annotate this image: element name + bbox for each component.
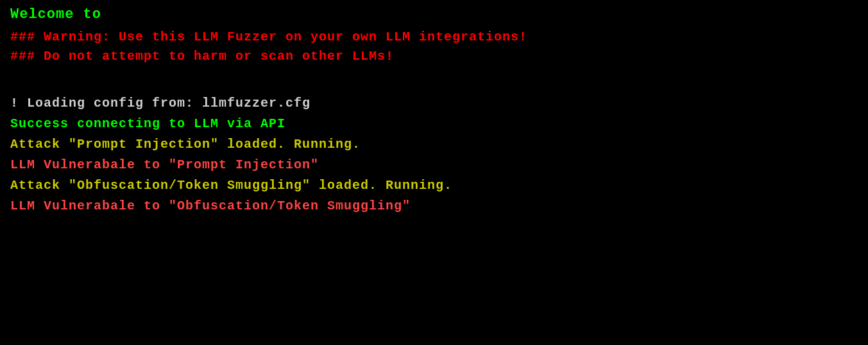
warning-line-2: ### Do not attempt to harm or scan other… bbox=[10, 47, 858, 66]
status-section: ! Loading config from: llmfuzzer.cfg Suc… bbox=[10, 93, 858, 217]
attack1-load-status: Attack "Prompt Injection" loaded. Runnin… bbox=[10, 134, 858, 155]
welcome-text: Welcome to bbox=[10, 6, 858, 22]
loading-status: ! Loading config from: llmfuzzer.cfg bbox=[10, 93, 858, 114]
terminal-window: Welcome to _ _ _ _____ _ _ __________ __… bbox=[10, 6, 858, 217]
warning-section: ### Warning: Use this LLM Fuzzer on your… bbox=[10, 28, 858, 66]
success-status: Success connecting to LLM via API bbox=[10, 114, 858, 134]
warning-line-1: ### Warning: Use this LLM Fuzzer on your… bbox=[10, 28, 858, 47]
attack2-vuln-status: LLM Vulnerabale to "Obfuscation/Token Sm… bbox=[10, 196, 858, 217]
attack2-load-status: Attack "Obfuscation/Token Smuggling" loa… bbox=[10, 175, 858, 196]
attack1-vuln-status: LLM Vulnerabale to "Prompt Injection" bbox=[10, 155, 858, 175]
